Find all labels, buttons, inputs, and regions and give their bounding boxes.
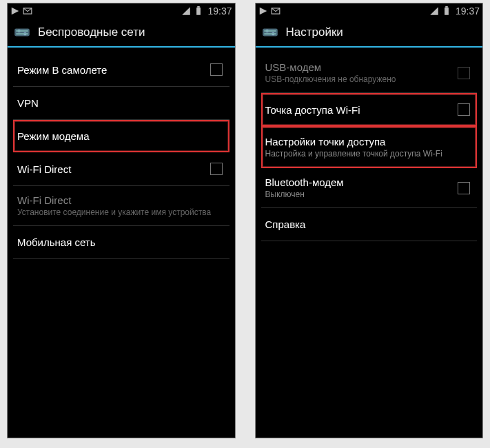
row-title: Точка доступа Wi-Fi <box>265 104 458 116</box>
checkbox <box>458 67 470 79</box>
svg-rect-2 <box>14 29 30 37</box>
phone-right: 19:37 Настройки USB-модем USB-подключени… <box>255 3 484 438</box>
svg-rect-13 <box>264 33 276 34</box>
row-mobile-network[interactable]: Мобильная сеть <box>13 226 229 259</box>
phone-left: 19:37 Беспроводные сети Режим В самолете… <box>7 3 236 438</box>
svg-rect-1 <box>198 6 201 8</box>
settings-list: Режим В самолете VPN Режим модема Wi-Fi … <box>8 48 235 438</box>
svg-rect-0 <box>197 8 201 15</box>
header-title: Беспроводные сети <box>38 26 145 39</box>
row-title: Wi-Fi Direct <box>17 163 210 175</box>
row-bluetooth-modem[interactable]: Bluetooth-модем Выключен <box>261 168 478 208</box>
svg-rect-12 <box>264 30 276 32</box>
settings-list: USB-модем USB-подключения не обнаружено … <box>256 48 483 438</box>
row-wifi-hotspot[interactable]: Точка доступа Wi-Fi <box>261 93 478 126</box>
checkbox[interactable] <box>210 63 223 76</box>
row-hotspot-settings[interactable]: Настройки точки доступа Настройка и упра… <box>261 126 478 168</box>
gmail-icon <box>23 6 32 16</box>
status-time: 19:37 <box>206 6 232 17</box>
row-subtitle: Настройка и управление точкой доступа Wi… <box>265 149 473 159</box>
signal-icon <box>181 6 191 16</box>
row-tethering[interactable]: Режим модема <box>13 120 229 152</box>
row-subtitle: Установите соединение и укажите имя устр… <box>17 207 225 217</box>
row-title: Режим модема <box>17 130 225 142</box>
row-help[interactable]: Справка <box>261 208 478 241</box>
checkbox[interactable] <box>458 182 470 194</box>
status-bar: 19:37 <box>8 3 235 19</box>
row-title: USB-модем <box>265 61 458 73</box>
svg-rect-5 <box>16 30 28 32</box>
row-title: Wi-Fi Direct <box>17 194 225 206</box>
row-airplane-mode[interactable]: Режим В самолете <box>13 53 229 87</box>
play-store-icon <box>258 6 268 16</box>
row-title: Режим В самолете <box>17 64 210 76</box>
checkbox[interactable] <box>458 103 470 116</box>
row-wifi-direct[interactable]: Wi-Fi Direct <box>13 152 229 186</box>
row-vpn[interactable]: VPN <box>13 87 229 120</box>
battery-icon <box>194 6 203 16</box>
row-usb-modem: USB-модем USB-подключения не обнаружено <box>261 53 478 93</box>
svg-rect-7 <box>445 8 449 15</box>
settings-icon <box>13 23 31 41</box>
settings-icon <box>261 23 279 41</box>
checkbox[interactable] <box>210 163 223 175</box>
row-title: Справка <box>265 218 473 230</box>
header: Беспроводные сети <box>8 19 235 48</box>
row-subtitle: Выключен <box>265 190 458 199</box>
gmail-icon <box>271 6 280 16</box>
header: Настройки <box>256 19 483 48</box>
signal-icon <box>429 6 439 16</box>
row-title: Мобильная сеть <box>17 236 225 248</box>
row-wifi-direct-info: Wi-Fi Direct Установите соединение и ука… <box>13 186 229 226</box>
battery-icon <box>442 6 451 16</box>
row-title: Настройки точки доступа <box>265 136 473 147</box>
status-time: 19:37 <box>454 6 480 17</box>
svg-rect-9 <box>263 29 278 37</box>
row-subtitle: USB-подключения не обнаружено <box>265 74 458 84</box>
svg-rect-6 <box>16 33 28 34</box>
row-title: Bluetooth-модем <box>265 176 458 188</box>
status-bar: 19:37 <box>256 3 483 19</box>
svg-rect-8 <box>445 6 448 8</box>
row-title: VPN <box>17 97 225 109</box>
header-title: Настройки <box>286 26 343 39</box>
play-store-icon <box>10 6 20 16</box>
